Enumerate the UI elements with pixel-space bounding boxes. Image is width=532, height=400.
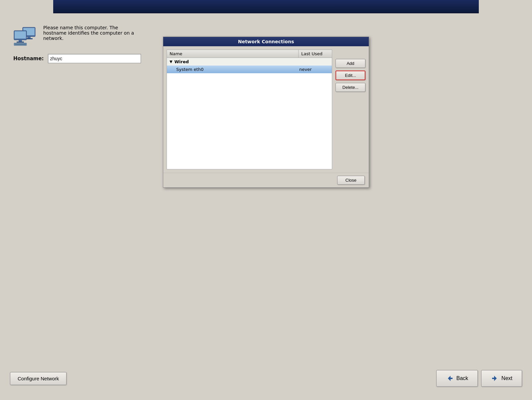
- network-icon: [13, 27, 37, 47]
- col-name-header: Name: [167, 50, 299, 58]
- edit-button[interactable]: Edit...: [335, 71, 365, 80]
- table-body[interactable]: ▼ Wired System eth0 never: [167, 58, 332, 169]
- add-button[interactable]: Add: [335, 59, 365, 68]
- wired-group-header: ▼ Wired: [167, 58, 332, 66]
- back-arrow-icon: [446, 374, 454, 382]
- close-button[interactable]: Close: [337, 176, 365, 185]
- table-header: Name Last Used: [167, 50, 332, 58]
- row-connection-name: System eth0: [176, 67, 299, 72]
- svg-rect-2: [27, 37, 31, 38]
- next-arrow-icon: [491, 374, 499, 382]
- back-label: Back: [457, 375, 468, 381]
- hostname-label: Hostname:: [13, 56, 44, 62]
- svg-rect-7: [17, 42, 24, 43]
- svg-rect-5: [15, 31, 26, 39]
- hostname-input[interactable]: [48, 54, 141, 63]
- table-row[interactable]: System eth0 never: [167, 66, 332, 73]
- dialog-box: Network Connections Name Last Used ▼: [163, 37, 369, 188]
- top-bar: [53, 0, 479, 13]
- next-label: Next: [501, 375, 512, 381]
- row-last-used: never: [299, 67, 329, 72]
- col-last-used-header: Last Used: [299, 50, 332, 58]
- wired-expand-arrow: ▼: [170, 60, 172, 64]
- dialog-body: Name Last Used ▼ Wired System eth0: [163, 46, 369, 173]
- configure-network-button[interactable]: Configure Network: [10, 372, 66, 385]
- svg-rect-9: [15, 44, 26, 45]
- connections-table: Name Last Used ▼ Wired System eth0: [167, 50, 332, 169]
- svg-marker-10: [448, 376, 453, 381]
- wired-group-label: Wired: [174, 59, 189, 64]
- delete-button[interactable]: Delete...: [335, 83, 365, 92]
- next-button[interactable]: Next: [481, 370, 522, 387]
- dialog-action-buttons: Add Edit... Delete...: [335, 50, 365, 169]
- dialog-titlebar: Network Connections: [163, 37, 369, 46]
- network-connections-dialog: Network Connections Name Last Used ▼: [163, 37, 369, 188]
- main-content: Please name this computer. The hostname …: [10, 18, 522, 400]
- back-button[interactable]: Back: [436, 370, 478, 387]
- svg-marker-11: [492, 376, 497, 381]
- header-text: Please name this computer. The hostname …: [43, 25, 134, 41]
- svg-rect-6: [19, 40, 22, 42]
- nav-buttons: Back Next: [436, 370, 522, 387]
- bottom-bar: Configure Network Back Next: [10, 370, 522, 387]
- dialog-footer: Close: [163, 173, 369, 187]
